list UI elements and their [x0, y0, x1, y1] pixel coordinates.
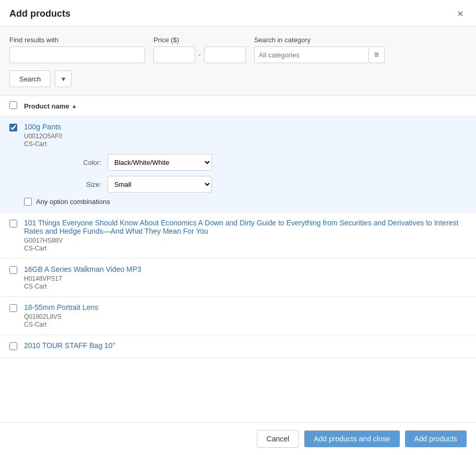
product-sku: H0148VPS1T	[24, 275, 467, 282]
category-input[interactable]	[254, 46, 369, 63]
color-label: Color:	[24, 159, 108, 166]
product-item: 2010 TOUR STAFF Bag 10"	[0, 335, 476, 358]
price-range: -	[153, 46, 246, 63]
sort-icon: ▲	[72, 103, 77, 109]
product-checkbox[interactable]	[9, 124, 17, 131]
cancel-button[interactable]: Cancel	[257, 430, 300, 448]
size-label: Size:	[24, 181, 108, 188]
any-options-label: Any option combinations	[36, 198, 110, 206]
row-checkbox-col	[9, 341, 24, 352]
product-store: CS-Cart	[24, 283, 467, 290]
row-checkbox-col	[9, 219, 24, 229]
product-info: 2010 TOUR STAFF Bag 10"	[24, 341, 467, 351]
category-menu-button[interactable]: ≡	[369, 46, 385, 63]
find-label: Find results with	[9, 36, 145, 44]
product-store: CS-Cart	[24, 321, 467, 328]
product-info: 18-55mm Portrait Lens Q01802L8VS CS-Cart	[24, 303, 467, 328]
price-separator: -	[198, 51, 201, 59]
product-store: CS-Cart	[24, 140, 467, 148]
product-sku: Q01802L8VS	[24, 313, 467, 320]
product-item: 16GB A Series Walkman Video MP3 H0148VPS…	[0, 259, 476, 297]
modal-footer: Cancel Add products and close Add produc…	[0, 422, 476, 455]
search-button[interactable]: Search	[9, 70, 51, 87]
add-products-button[interactable]: Add products	[405, 430, 467, 447]
row-checkbox-col	[9, 265, 24, 276]
product-name[interactable]: 18-55mm Portrait Lens	[24, 303, 467, 312]
color-option-row: Color: Black/White/WhiteRed/Blue/GreenBl…	[24, 154, 467, 171]
add-products-modal: Add products × Find results with Price (…	[0, 0, 476, 455]
price-max-input[interactable]	[204, 46, 246, 63]
product-info: 100g Pants U0012O5AF0 CS-Cart Color: Bla…	[24, 123, 467, 206]
search-row: Search ▾	[9, 70, 467, 87]
product-name[interactable]: 101 Things Everyone Should Know About Ec…	[24, 219, 467, 235]
product-store: CS-Cart	[24, 245, 467, 252]
find-results-group: Find results with	[9, 36, 145, 63]
modal-title: Add products	[9, 8, 70, 19]
chevron-down-icon: ▾	[62, 75, 65, 83]
product-item: 101 Things Everyone Should Know About Ec…	[0, 212, 476, 259]
product-sku: U0012O5AF0	[24, 133, 467, 140]
any-options-row: Any option combinations	[24, 198, 467, 206]
color-select[interactable]: Black/White/WhiteRed/Blue/GreenBlack/Bla…	[108, 154, 212, 171]
size-select[interactable]: SmallMediumLargeXL	[108, 176, 212, 193]
product-list: Product name ▲ 100g Pants U0012O5AF0 CS-…	[0, 96, 476, 422]
product-name-label: Product name	[24, 102, 69, 110]
product-item: 100g Pants U0012O5AF0 CS-Cart Color: Bla…	[0, 116, 476, 212]
product-rows: 100g Pants U0012O5AF0 CS-Cart Color: Bla…	[0, 116, 476, 358]
category-group: Search in category ≡	[254, 36, 385, 63]
price-group: Price ($) -	[153, 36, 246, 63]
search-dropdown-button[interactable]: ▾	[55, 70, 72, 87]
filter-row: Find results with Price ($) - Search in …	[9, 36, 467, 63]
product-info: 16GB A Series Walkman Video MP3 H0148VPS…	[24, 265, 467, 290]
filter-section: Find results with Price ($) - Search in …	[0, 27, 476, 96]
header-checkbox-col	[9, 101, 24, 111]
price-label: Price ($)	[153, 36, 246, 44]
product-checkbox[interactable]	[9, 220, 17, 228]
add-products-close-button[interactable]: Add products and close	[304, 430, 399, 447]
any-options-checkbox[interactable]	[24, 198, 32, 206]
find-input[interactable]	[9, 46, 145, 63]
product-options: Color: Black/White/WhiteRed/Blue/GreenBl…	[24, 154, 467, 206]
product-name[interactable]: 100g Pants	[24, 123, 467, 131]
list-header: Product name ▲	[0, 96, 476, 116]
size-option-row: Size: SmallMediumLargeXL	[24, 176, 467, 193]
product-name[interactable]: 16GB A Series Walkman Video MP3	[24, 265, 467, 273]
row-checkbox-col	[9, 303, 24, 314]
product-name[interactable]: 2010 TOUR STAFF Bag 10"	[24, 341, 467, 350]
product-checkbox[interactable]	[9, 304, 17, 312]
product-name-header[interactable]: Product name ▲	[24, 102, 77, 110]
product-info: 101 Things Everyone Should Know About Ec…	[24, 219, 467, 252]
modal-header: Add products ×	[0, 0, 476, 27]
price-min-input[interactable]	[153, 46, 195, 63]
close-button[interactable]: ×	[454, 7, 467, 20]
row-checkbox-col	[9, 123, 24, 133]
select-all-checkbox[interactable]	[9, 101, 17, 109]
product-sku: G0017HS88V	[24, 237, 467, 244]
product-checkbox[interactable]	[9, 266, 17, 274]
category-combo: ≡	[254, 46, 385, 63]
product-item: 18-55mm Portrait Lens Q01802L8VS CS-Cart	[0, 297, 476, 335]
category-label: Search in category	[254, 36, 385, 44]
product-checkbox[interactable]	[9, 342, 17, 350]
